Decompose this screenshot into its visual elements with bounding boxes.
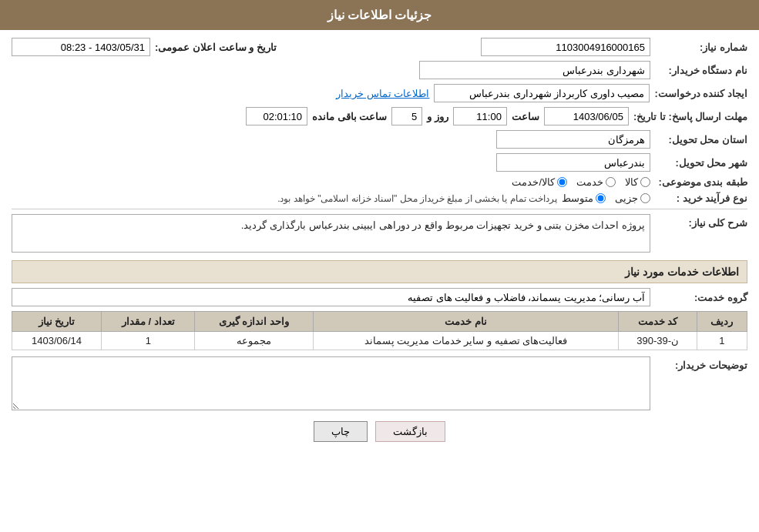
service-group-row: گروه خدمت: xyxy=(12,288,747,306)
deadline-remain-label: ساعت باقی مانده xyxy=(312,111,387,122)
creator-input[interactable] xyxy=(434,84,650,102)
category-radio-both[interactable]: کالا/خدمت xyxy=(512,176,567,188)
col-unit: واحد اندازه گیری xyxy=(195,312,313,332)
purchase-type-row: نوع فرآیند خرید : جزیی متوسط پرداخت تمام… xyxy=(12,192,747,204)
category-radio-khedmat[interactable]: خدمت xyxy=(576,176,616,188)
deadline-days-input[interactable] xyxy=(391,107,422,125)
need-number-input[interactable] xyxy=(481,38,650,56)
city-input[interactable] xyxy=(496,153,650,172)
province-label: استان محل تحویل: xyxy=(655,134,747,146)
city-row: شهر محل تحویل: xyxy=(12,153,747,172)
description-box: پروژه احداث مخزن بتنی و خرید تجهیزات مرب… xyxy=(12,214,650,253)
purchase-type-label: نوع فرآیند خرید : xyxy=(655,192,747,204)
bottom-buttons: بازگشت چاپ xyxy=(12,421,747,442)
notes-textarea[interactable] xyxy=(12,356,650,410)
purchase-radio-jozi[interactable]: جزیی xyxy=(615,192,650,204)
province-row: استان محل تحویل: xyxy=(12,130,747,149)
announce-label: تاریخ و ساعت اعلان عمومی: xyxy=(155,42,277,53)
table-row: 1ن-39-390فعالیت‌های تصفیه و سایر خدمات م… xyxy=(12,332,747,350)
col-date: تاریخ نیاز xyxy=(12,312,102,332)
deadline-label: مهلت ارسال پاسخ: تا تاریخ: xyxy=(633,111,747,122)
category-radio-kala[interactable]: کالا xyxy=(625,176,650,188)
col-code: کد خدمت xyxy=(619,312,697,332)
city-label: شهر محل تحویل: xyxy=(655,157,747,169)
deadline-time-input[interactable] xyxy=(453,107,507,125)
province-input[interactable] xyxy=(496,130,650,149)
purchase-radio-mota[interactable]: متوسط xyxy=(562,192,606,204)
deadline-row: مهلت ارسال پاسخ: تا تاریخ: ساعت روز و سا… xyxy=(12,107,747,125)
page-title: جزئیات اطلاعات نیاز xyxy=(327,8,432,22)
page-header: جزئیات اطلاعات نیاز xyxy=(0,0,759,30)
category-row: طبقه بندی موضوعی: کالا خدمت کالا/خدمت xyxy=(12,176,747,188)
description-text: پروژه احداث مخزن بتنی و خرید تجهیزات مرب… xyxy=(241,219,645,231)
purchase-radio-group: جزیی متوسط xyxy=(562,192,650,204)
col-count: تعداد / مقدار xyxy=(102,312,195,332)
organization-label: نام دستگاه خریدار: xyxy=(655,65,747,76)
category-label: طبقه بندی موضوعی: xyxy=(655,176,747,188)
back-button[interactable]: بازگشت xyxy=(375,421,445,442)
creator-row: ایجاد کننده درخواست: اطلاعات تماس خریدار xyxy=(12,84,747,102)
print-button[interactable]: چاپ xyxy=(314,421,368,442)
deadline-date-input[interactable] xyxy=(544,107,629,125)
col-name: نام خدمت xyxy=(313,312,619,332)
category-radio-group: کالا خدمت کالا/خدمت xyxy=(512,176,650,188)
deadline-time-label: ساعت xyxy=(512,111,539,122)
service-group-input[interactable] xyxy=(12,288,650,306)
need-number-row: شماره نیاز: تاریخ و ساعت اعلان عمومی: xyxy=(12,38,747,56)
creator-label: ایجاد کننده درخواست: xyxy=(654,88,747,99)
service-group-label: گروه خدمت: xyxy=(655,292,747,303)
organization-input[interactable] xyxy=(419,61,650,79)
announce-input[interactable] xyxy=(12,38,150,56)
description-row: شرح کلی نیاز: پروژه احداث مخزن بتنی و خر… xyxy=(12,214,747,253)
notes-row: توضیحات خریدار: xyxy=(12,356,747,410)
contact-link[interactable]: اطلاعات تماس خریدار xyxy=(336,88,429,99)
deadline-remain-input[interactable] xyxy=(246,107,307,125)
service-section-title: اطلاعات خدمات مورد نیاز xyxy=(12,260,747,283)
notes-label: توضیحات خریدار: xyxy=(655,356,747,371)
need-number-label: شماره نیاز: xyxy=(655,42,747,53)
organization-row: نام دستگاه خریدار: xyxy=(12,61,747,79)
deadline-days-label: روز و xyxy=(427,111,448,122)
col-row: ردیف xyxy=(697,312,747,332)
items-table: ردیف کد خدمت نام خدمت واحد اندازه گیری ت… xyxy=(12,311,747,350)
description-label: شرح کلی نیاز: xyxy=(655,214,747,229)
purchase-note: پرداخت تمام یا بخشی از مبلغ خریداز محل "… xyxy=(277,193,557,204)
